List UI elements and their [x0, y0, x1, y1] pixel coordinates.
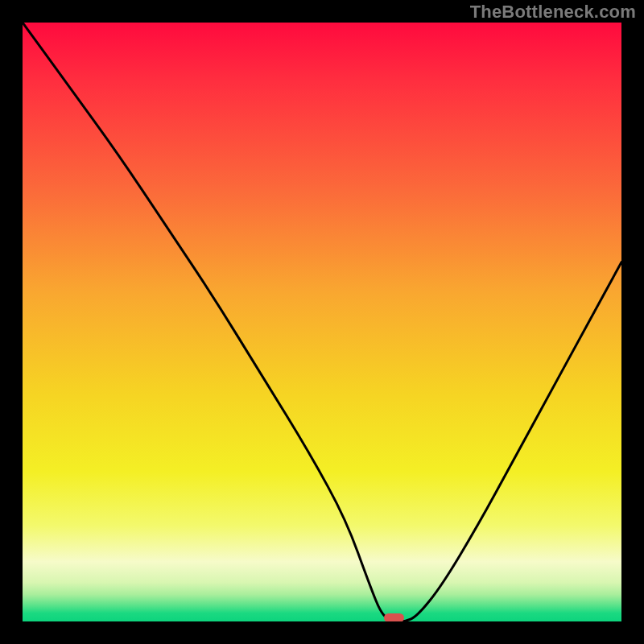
chart-frame: TheBottleneck.com [0, 0, 644, 644]
svg-rect-0 [23, 23, 621, 621]
watermark-text: TheBottleneck.com [470, 2, 636, 23]
optimal-marker [384, 613, 404, 621]
plot-area [23, 23, 621, 621]
heat-gradient [23, 23, 621, 621]
